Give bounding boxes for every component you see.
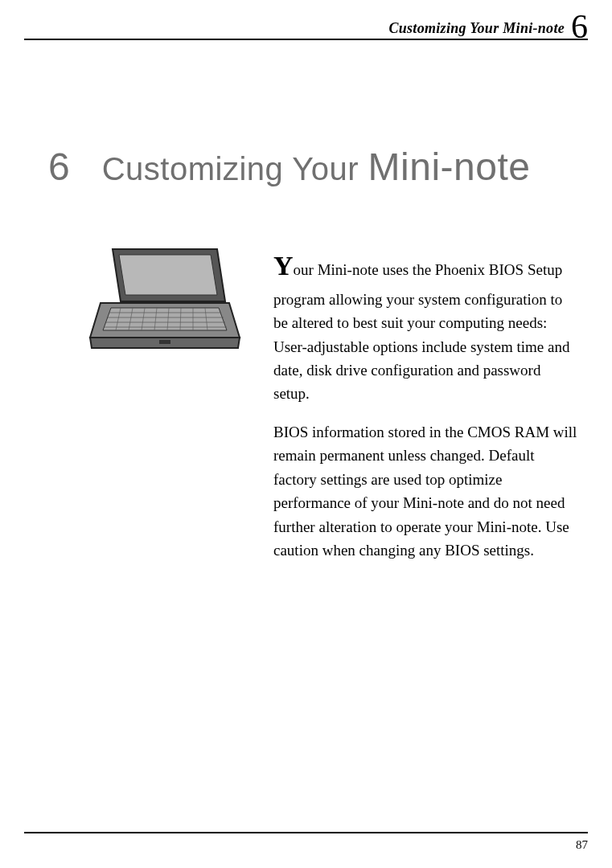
svg-marker-1	[119, 255, 217, 295]
laptop-icon	[88, 245, 241, 358]
header-chapter-number: 6	[571, 10, 588, 43]
dropcap: Y	[273, 251, 294, 280]
svg-rect-17	[159, 340, 170, 344]
chapter-title-prefix: Customizing Your	[102, 151, 368, 186]
page-number: 87	[576, 838, 588, 851]
laptop-illustration	[88, 245, 241, 358]
chapter-number: 6	[48, 145, 70, 189]
paragraph-1: Your Mini-note uses the Phoenix BIOS Set…	[273, 245, 580, 406]
content-row: Your Mini-note uses the Phoenix BIOS Set…	[88, 245, 580, 577]
chapter-heading: 6 Customizing Your Mini-note	[48, 145, 588, 189]
paragraph-1-text: our Mini-note uses the Phoenix BIOS Setu…	[273, 261, 569, 402]
text-column: Your Mini-note uses the Phoenix BIOS Set…	[273, 245, 580, 577]
chapter-title-emph: Mini-note	[368, 145, 531, 188]
chapter-title: Customizing Your Mini-note	[102, 145, 531, 189]
image-column	[88, 245, 249, 358]
running-header: Customizing Your Mini-note 6	[24, 0, 588, 40]
header-title: Customizing Your Mini-note	[388, 20, 565, 37]
page-footer: 87	[24, 832, 588, 852]
paragraph-2: BIOS information stored in the CMOS RAM …	[273, 420, 580, 563]
